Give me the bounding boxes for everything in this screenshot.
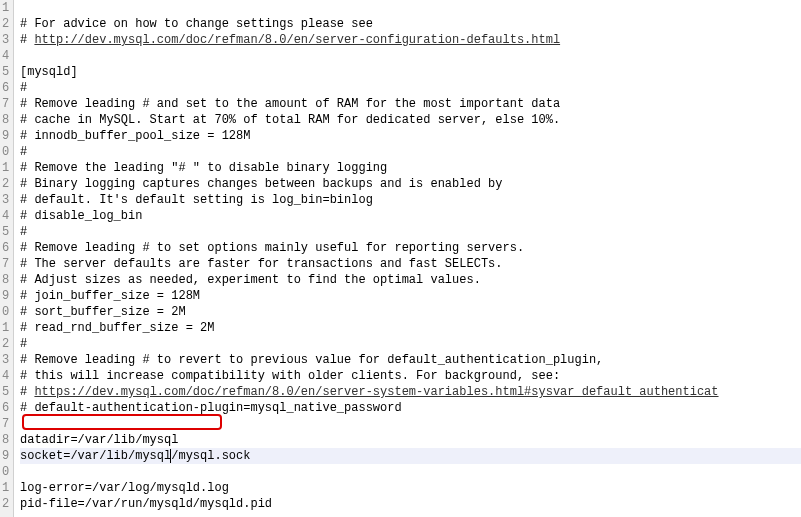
code-text: datadir=/var/lib/mysql bbox=[20, 433, 178, 447]
line-number: 7 bbox=[2, 96, 9, 112]
code-line[interactable] bbox=[20, 464, 801, 480]
comment-text: # bbox=[20, 225, 27, 239]
code-line[interactable]: # Remove leading # to set options mainly… bbox=[20, 240, 801, 256]
code-line[interactable]: datadir=/var/lib/mysql bbox=[20, 432, 801, 448]
line-number: 7 bbox=[2, 416, 9, 432]
line-number: 8 bbox=[2, 112, 9, 128]
line-number: 1 bbox=[2, 320, 9, 336]
code-line[interactable]: # bbox=[20, 224, 801, 240]
comment-text: # Remove leading # and set to the amount… bbox=[20, 97, 560, 111]
config-link[interactable]: http://dev.mysql.com/doc/refman/8.0/en/s… bbox=[34, 33, 560, 47]
line-number: 9 bbox=[2, 128, 9, 144]
code-line[interactable]: # sort_buffer_size = 2M bbox=[20, 304, 801, 320]
comment-text: # Remove the leading "# " to disable bin… bbox=[20, 161, 387, 175]
comment-text: # For advice on how to change settings p… bbox=[20, 17, 373, 31]
line-number: 2 bbox=[2, 336, 9, 352]
line-number: 4 bbox=[2, 48, 9, 64]
code-line[interactable]: # https://dev.mysql.com/doc/refman/8.0/e… bbox=[20, 384, 801, 400]
config-link[interactable]: https://dev.mysql.com/doc/refman/8.0/en/… bbox=[34, 385, 718, 399]
code-line[interactable]: # bbox=[20, 144, 801, 160]
line-number: 0 bbox=[2, 304, 9, 320]
code-line[interactable]: log-error=/var/log/mysqld.log bbox=[20, 480, 801, 496]
code-line[interactable]: # The server defaults are faster for tra… bbox=[20, 256, 801, 272]
code-line[interactable]: # default-authentication-plugin=mysql_na… bbox=[20, 400, 801, 416]
code-line[interactable]: # Adjust sizes as needed, experiment to … bbox=[20, 272, 801, 288]
line-number: 4 bbox=[2, 368, 9, 384]
line-number: 8 bbox=[2, 432, 9, 448]
code-line[interactable]: # disable_log_bin bbox=[20, 208, 801, 224]
line-number-gutter: 12345678901234567890123456789012 bbox=[0, 0, 14, 517]
line-number: 1 bbox=[2, 0, 9, 16]
code-line[interactable]: # cache in MySQL. Start at 70% of total … bbox=[20, 112, 801, 128]
comment-text: # this will increase compatibility with … bbox=[20, 369, 560, 383]
comment-text: # cache in MySQL. Start at 70% of total … bbox=[20, 113, 560, 127]
code-line[interactable]: # default. It's default setting is log_b… bbox=[20, 192, 801, 208]
comment-text: # default. It's default setting is log_b… bbox=[20, 193, 373, 207]
line-number: 9 bbox=[2, 448, 9, 464]
comment-text: # bbox=[20, 337, 27, 351]
line-number: 3 bbox=[2, 32, 9, 48]
comment-text: # Binary logging captures changes betwee… bbox=[20, 177, 502, 191]
line-number: 5 bbox=[2, 64, 9, 80]
code-line[interactable]: # innodb_buffer_pool_size = 128M bbox=[20, 128, 801, 144]
line-number: 3 bbox=[2, 192, 9, 208]
line-number: 5 bbox=[2, 224, 9, 240]
code-line[interactable]: # Remove leading # and set to the amount… bbox=[20, 96, 801, 112]
code-line[interactable]: # bbox=[20, 80, 801, 96]
comment-text: # Remove leading # to set options mainly… bbox=[20, 241, 524, 255]
code-line[interactable]: # http://dev.mysql.com/doc/refman/8.0/en… bbox=[20, 32, 801, 48]
line-number: 2 bbox=[2, 176, 9, 192]
comment-text: # read_rnd_buffer_size = 2M bbox=[20, 321, 214, 335]
code-line[interactable]: # Binary logging captures changes betwee… bbox=[20, 176, 801, 192]
line-number: 1 bbox=[2, 480, 9, 496]
comment-text: # Remove leading # to revert to previous… bbox=[20, 353, 603, 367]
code-line[interactable]: # Remove the leading "# " to disable bin… bbox=[20, 160, 801, 176]
line-number: 2 bbox=[2, 496, 9, 512]
code-line[interactable]: [mysqld] bbox=[20, 64, 801, 80]
code-line[interactable]: # read_rnd_buffer_size = 2M bbox=[20, 320, 801, 336]
code-line[interactable] bbox=[20, 416, 801, 432]
comment-text: # bbox=[20, 145, 27, 159]
line-number: 4 bbox=[2, 208, 9, 224]
code-line[interactable]: socket=/var/lib/mysql/mysql.sock bbox=[20, 448, 801, 464]
comment-text: # default-authentication-plugin=mysql_na… bbox=[20, 401, 402, 415]
comment-text: # The server defaults are faster for tra… bbox=[20, 257, 502, 271]
line-number: 6 bbox=[2, 400, 9, 416]
line-number: 7 bbox=[2, 256, 9, 272]
code-text: [mysqld] bbox=[20, 65, 78, 79]
line-number: 0 bbox=[2, 144, 9, 160]
line-number: 1 bbox=[2, 160, 9, 176]
line-number: 8 bbox=[2, 272, 9, 288]
line-number: 6 bbox=[2, 80, 9, 96]
code-line[interactable]: # bbox=[20, 336, 801, 352]
code-line[interactable]: # this will increase compatibility with … bbox=[20, 368, 801, 384]
code-line[interactable] bbox=[20, 48, 801, 64]
comment-text: # sort_buffer_size = 2M bbox=[20, 305, 186, 319]
comment-text: # Adjust sizes as needed, experiment to … bbox=[20, 273, 481, 287]
line-number: 0 bbox=[2, 464, 9, 480]
comment-text: # join_buffer_size = 128M bbox=[20, 289, 200, 303]
comment-prefix: # bbox=[20, 385, 34, 399]
code-line[interactable]: # join_buffer_size = 128M bbox=[20, 288, 801, 304]
code-area[interactable]: # For advice on how to change settings p… bbox=[14, 0, 801, 517]
code-text: pid-file=/var/run/mysqld/mysqld.pid bbox=[20, 497, 272, 511]
code-text: /mysql.sock bbox=[171, 449, 250, 463]
code-line[interactable]: # For advice on how to change settings p… bbox=[20, 16, 801, 32]
comment-text: # innodb_buffer_pool_size = 128M bbox=[20, 129, 250, 143]
line-number: 2 bbox=[2, 16, 9, 32]
code-line[interactable]: pid-file=/var/run/mysqld/mysqld.pid bbox=[20, 496, 801, 512]
line-number: 6 bbox=[2, 240, 9, 256]
code-line[interactable] bbox=[20, 512, 801, 517]
code-line[interactable]: # Remove leading # to revert to previous… bbox=[20, 352, 801, 368]
line-number: 5 bbox=[2, 384, 9, 400]
comment-prefix: # bbox=[20, 33, 34, 47]
code-text: socket=/var/lib/mysql bbox=[20, 449, 171, 463]
code-text: log-error=/var/log/mysqld.log bbox=[20, 481, 229, 495]
code-editor: 12345678901234567890123456789012 # For a… bbox=[0, 0, 801, 517]
comment-text: # disable_log_bin bbox=[20, 209, 142, 223]
line-number: 9 bbox=[2, 288, 9, 304]
line-number: 3 bbox=[2, 352, 9, 368]
comment-text: # bbox=[20, 81, 27, 95]
